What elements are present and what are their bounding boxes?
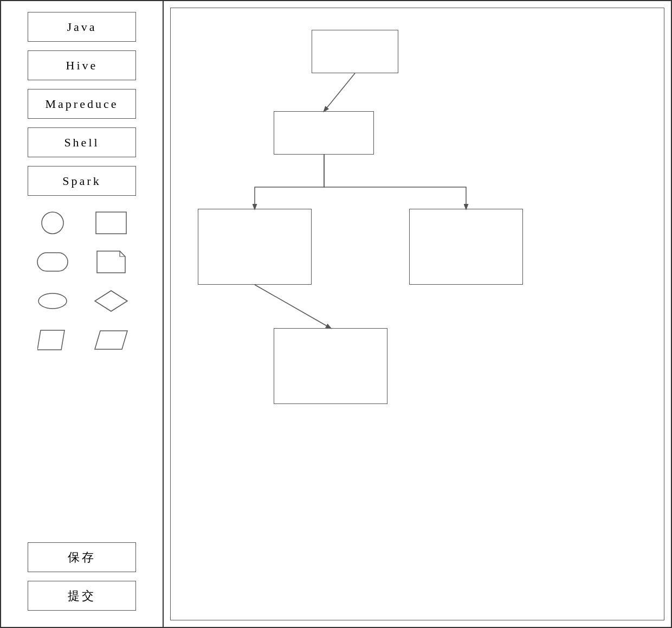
node-button-hive[interactable]: Hive — [28, 50, 136, 80]
shape-diamond[interactable] — [86, 285, 136, 317]
shapes-palette — [28, 207, 136, 356]
sidebar: Java Hive Mapreduce Shell Spark — [1, 1, 164, 627]
flow-arrows — [171, 8, 664, 620]
svg-marker-4 — [95, 291, 127, 311]
flowchart-canvas[interactable] — [170, 8, 664, 620]
shape-trapezoid[interactable] — [28, 324, 77, 356]
shape-rectangle[interactable] — [86, 207, 136, 239]
node-button-spark[interactable]: Spark — [28, 166, 136, 196]
node-button-shell[interactable]: Shell — [28, 127, 136, 157]
save-button[interactable]: 保存 — [28, 542, 136, 572]
svg-line-9 — [255, 285, 331, 328]
submit-button[interactable]: 提交 — [28, 581, 136, 611]
shape-rounded-rect[interactable] — [28, 246, 77, 278]
svg-rect-2 — [37, 253, 68, 271]
flow-node-1[interactable] — [312, 30, 398, 73]
svg-point-3 — [38, 293, 67, 309]
shape-ellipse[interactable] — [28, 285, 77, 317]
node-button-java[interactable]: Java — [28, 12, 136, 42]
svg-marker-6 — [95, 331, 127, 349]
shape-note[interactable] — [86, 246, 136, 278]
shape-parallelogram[interactable] — [86, 324, 136, 356]
svg-marker-5 — [37, 330, 64, 350]
action-buttons: 保存 提交 — [28, 542, 136, 616]
svg-point-0 — [42, 212, 63, 234]
flow-node-3[interactable] — [198, 209, 312, 285]
node-button-mapreduce[interactable]: Mapreduce — [28, 89, 136, 119]
flow-node-5[interactable] — [274, 328, 387, 404]
flow-node-4[interactable] — [409, 209, 523, 285]
flow-node-2[interactable] — [274, 111, 374, 155]
canvas-area[interactable] — [164, 1, 671, 627]
shape-circle[interactable] — [28, 207, 77, 239]
svg-rect-1 — [96, 212, 126, 234]
svg-line-8 — [324, 73, 355, 111]
